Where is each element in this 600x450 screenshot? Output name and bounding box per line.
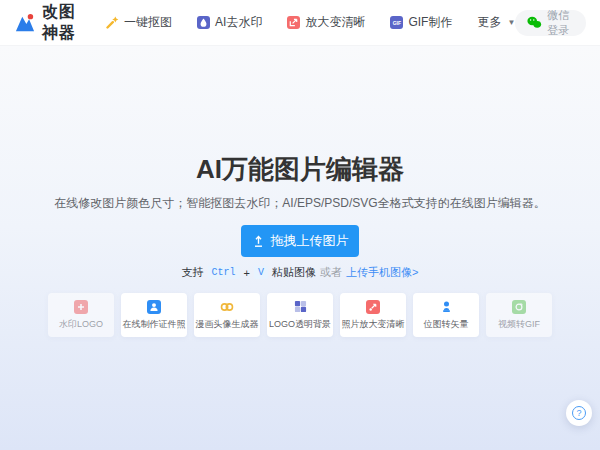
- logo-mountain-icon: [14, 13, 36, 33]
- nav-item-enlarge-clear[interactable]: 放大变清晰: [287, 14, 365, 31]
- upload-mobile-link[interactable]: 上传手机图像>: [346, 265, 418, 280]
- kbd-ctrl: Ctrl: [208, 266, 240, 279]
- nav-item-more[interactable]: 更多 ▼: [477, 14, 515, 31]
- comic-avatar-icon: [220, 300, 234, 314]
- question-icon: ?: [572, 406, 586, 420]
- watermark-remove-icon: [197, 16, 210, 29]
- nav-item-label: AI去水印: [215, 14, 262, 31]
- feature-card-watermark-logo[interactable]: 水印LOGO: [48, 293, 114, 337]
- upload-button-label: 拖拽上传图片: [271, 232, 349, 250]
- main-hero-section: AI万能图片编辑器 在线修改图片颜色尺寸；智能抠图去水印；AI/EPS/PSD/…: [0, 46, 600, 450]
- page-title: AI万能图片编辑器: [196, 152, 404, 186]
- feature-card-id-photo[interactable]: 在线制作证件照: [121, 293, 187, 337]
- help-button[interactable]: ?: [566, 400, 592, 426]
- feature-card-enlarge-photo[interactable]: 照片放大变清晰: [340, 293, 406, 337]
- feature-card-transparent-logo-bg[interactable]: LOGO透明背景: [267, 293, 333, 337]
- chevron-down-icon: ▼: [507, 18, 515, 27]
- transparent-bg-icon: [293, 300, 307, 314]
- app-title: 改图神器: [42, 2, 84, 44]
- upload-image-button[interactable]: 拖拽上传图片: [241, 225, 359, 257]
- watermark-plus-icon: [74, 300, 88, 314]
- enlarge-photo-icon: [366, 300, 380, 314]
- enlarge-icon: [287, 16, 300, 29]
- video-to-gif-icon: [512, 300, 526, 314]
- nav-item-ai-watermark-remove[interactable]: AI去水印: [197, 14, 262, 31]
- feature-card-row: 水印LOGO 在线制作证件照 漫画头像生成器: [48, 293, 552, 337]
- feature-card-label: 漫画头像生成器: [196, 318, 259, 331]
- app-logo[interactable]: 改图神器: [14, 2, 84, 44]
- id-photo-icon: [147, 300, 161, 314]
- wechat-login-label: 微信登录: [547, 8, 574, 38]
- wechat-login-button[interactable]: 微信登录: [515, 10, 586, 36]
- kbd-v: V: [254, 266, 268, 279]
- nav-item-label: GIF制作: [408, 14, 452, 31]
- feature-card-bitmap-to-vector[interactable]: 位图转矢量: [413, 293, 479, 337]
- page-subtitle: 在线修改图片颜色尺寸；智能抠图去水印；AI/EPS/PSD/SVG全格式支持的在…: [54, 195, 545, 212]
- nav-item-label: 一键抠图: [124, 14, 172, 31]
- feature-card-label: 位图转矢量: [424, 318, 469, 331]
- feature-card-video-to-gif[interactable]: 视频转GIF: [486, 293, 552, 337]
- tip-paste-text: 粘贴图像: [272, 265, 316, 280]
- tip-or-text: 或者: [320, 265, 342, 280]
- upload-icon: [252, 235, 265, 248]
- bitmap-to-vector-icon: [439, 300, 453, 314]
- nav-item-gif-maker[interactable]: GIF GIF制作: [390, 14, 452, 31]
- feature-card-label: LOGO透明背景: [269, 318, 331, 331]
- magic-wand-icon: [106, 16, 119, 29]
- gif-icon: GIF: [390, 16, 403, 29]
- feature-card-label: 水印LOGO: [59, 318, 103, 331]
- feature-card-comic-avatar[interactable]: 漫画头像生成器: [194, 293, 260, 337]
- nav-item-onekey-cutout[interactable]: 一键抠图: [106, 14, 172, 31]
- nav-item-label: 放大变清晰: [305, 14, 365, 31]
- nav-item-label: 更多: [477, 14, 501, 31]
- wechat-icon: [527, 16, 542, 29]
- navbar: 改图神器 一键抠图 AI去水印: [0, 0, 600, 46]
- tip-prefix: 支持: [182, 265, 204, 280]
- feature-card-label: 视频转GIF: [498, 318, 540, 331]
- feature-card-label: 在线制作证件照: [123, 318, 186, 331]
- nav-menu: 一键抠图 AI去水印 放大变清晰 GIF GIF制作 更: [106, 14, 515, 31]
- paste-tip: 支持 Ctrl + V 粘贴图像 或者 上传手机图像>: [182, 265, 419, 280]
- feature-card-label: 照片放大变清晰: [342, 318, 405, 331]
- tip-plus: +: [244, 267, 250, 279]
